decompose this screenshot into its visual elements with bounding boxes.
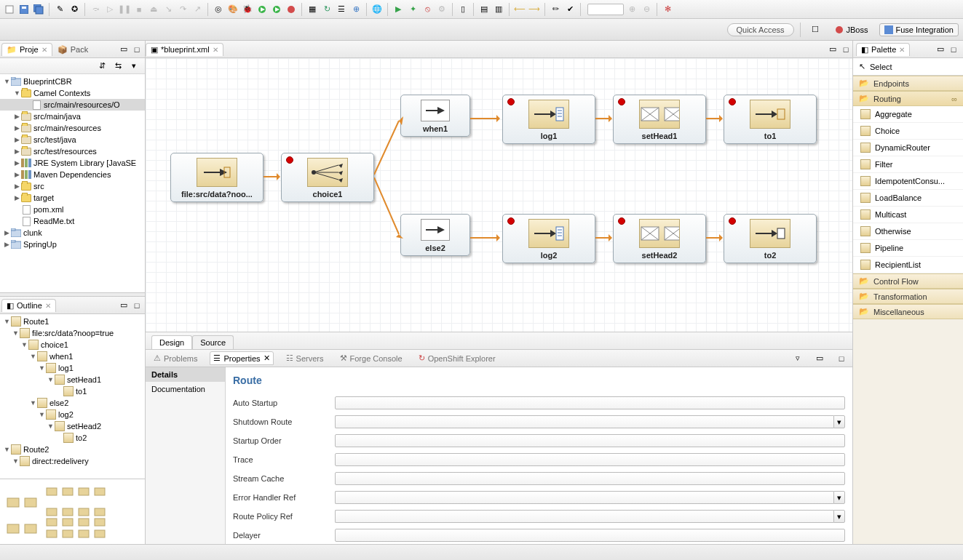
minimize-icon[interactable]: ▭ <box>935 44 946 55</box>
palette-item[interactable]: Pipeline <box>853 240 963 257</box>
globe-icon[interactable]: ⊕ <box>349 3 362 16</box>
connection-arrow[interactable] <box>263 176 280 177</box>
connection-arrow[interactable] <box>595 118 611 119</box>
node-file[interactable]: file:src/data?noo... <box>170 153 263 202</box>
minimize-icon[interactable]: ▭ <box>119 44 129 55</box>
debug-stop-icon[interactable]: ■ <box>132 3 146 16</box>
palette-item[interactable]: Multicast <box>853 207 963 223</box>
close-icon[interactable]: ✕ <box>899 46 905 54</box>
run-icon[interactable] <box>255 3 269 16</box>
palette-item[interactable]: Filter <box>853 156 963 173</box>
close-icon[interactable]: ✕ <box>41 46 47 54</box>
run-last-icon[interactable] <box>270 3 283 16</box>
property-input[interactable] <box>335 396 845 409</box>
drawer-endpoints[interactable]: 📂Endpoints <box>853 76 963 91</box>
minimize-icon[interactable]: ▭ <box>119 300 129 311</box>
node-choice1[interactable]: choice1 <box>281 153 374 202</box>
gear-icon[interactable]: ⚙ <box>435 3 448 16</box>
tree-item[interactable]: ▶src/main/resources <box>0 122 145 134</box>
view-menu-icon[interactable]: ▿ <box>793 353 803 364</box>
project-tree[interactable]: ▼BlueprintCBR▼Camel Contextssrc/main/res… <box>0 74 145 292</box>
outline-thumbnail[interactable] <box>0 479 145 544</box>
new-dropdown-button[interactable] <box>3 3 16 16</box>
tab-forge-console[interactable]: ⚒ Forge Console <box>336 351 406 365</box>
node-to2[interactable]: to2 <box>724 214 817 263</box>
palette-item[interactable]: Otherwise <box>853 223 963 240</box>
grid-icon[interactable]: ▦ <box>306 3 319 16</box>
play-wand-icon[interactable]: ✦ <box>406 3 419 16</box>
zoom-in-icon[interactable]: ⊕ <box>625 3 638 16</box>
node-sethead1[interactable]: setHead1 <box>613 95 706 144</box>
debug-skip-icon[interactable]: ⤼ <box>89 3 102 16</box>
subtab-source[interactable]: Source <box>192 335 234 349</box>
tab-servers[interactable]: ☷ Servers <box>282 351 328 365</box>
node-when1[interactable]: when1 <box>400 95 470 137</box>
outline-item[interactable]: ▼else2 <box>0 397 145 409</box>
toolbar-search-input[interactable] <box>587 4 624 15</box>
tab-properties[interactable]: ☰ Properties ✕ <box>210 351 273 365</box>
refresh-icon[interactable]: ↻ <box>320 3 333 16</box>
properties-side-documentation[interactable]: Documentation <box>146 382 225 396</box>
outline-item[interactable]: ▼log2 <box>0 409 145 420</box>
node-to1[interactable]: to1 <box>724 95 817 144</box>
palette-item[interactable]: LoadBalance <box>853 190 963 207</box>
play-green-icon[interactable]: ▶ <box>392 3 405 16</box>
palette-item[interactable]: DynamicRouter <box>853 140 963 156</box>
outline-item[interactable]: ▼choice1 <box>0 339 145 351</box>
close-icon[interactable]: ✕ <box>263 353 270 363</box>
drawer-routing[interactable]: 📂Routing∞ <box>853 91 963 106</box>
debug-disconnect-icon[interactable]: ⏏ <box>147 3 160 16</box>
tree-item[interactable]: ▶clunk <box>0 227 145 239</box>
palette-item[interactable]: RecipientList <box>853 257 963 273</box>
debug-pause-icon[interactable]: ❚❚ <box>118 3 131 16</box>
node-sethead2[interactable]: setHead2 <box>613 214 706 263</box>
step-return-icon[interactable]: ↗ <box>191 3 204 16</box>
dropdown-icon[interactable]: ▾ <box>833 510 845 523</box>
property-input[interactable] <box>335 529 845 542</box>
palette-select-tool[interactable]: ↖ Select <box>853 58 963 76</box>
pencils-icon[interactable]: ✏ <box>549 3 562 16</box>
outline-item[interactable]: ▼log1 <box>0 362 145 374</box>
world-icon[interactable]: 🌐 <box>370 3 384 16</box>
quick-access-button[interactable]: Quick Access <box>727 23 794 36</box>
connection-arrow[interactable] <box>706 237 722 239</box>
debug-bug-icon[interactable]: 🐞 <box>241 3 254 16</box>
open-perspective-button[interactable]: ☐ <box>807 23 824 36</box>
outline-item[interactable]: to1 <box>0 385 145 397</box>
debug-resume-icon[interactable]: ▷ <box>103 3 116 16</box>
node-else2[interactable]: else2 <box>400 214 470 256</box>
target-icon[interactable]: ◎ <box>212 3 225 16</box>
tree-item[interactable]: ▶src/test/resources <box>0 145 145 157</box>
palette-item[interactable]: Choice <box>853 123 963 140</box>
tree-item[interactable]: ▶src/test/java <box>0 134 145 145</box>
step-over-icon[interactable]: ↷ <box>176 3 189 16</box>
zoom-out-icon[interactable]: ⊖ <box>640 3 653 16</box>
minimize-icon[interactable]: ▭ <box>828 44 838 55</box>
maximize-icon[interactable]: □ <box>132 44 142 55</box>
property-input[interactable] <box>335 415 833 428</box>
tree-item[interactable]: ▼Camel Contexts <box>0 87 145 99</box>
step-into-icon[interactable]: ↘ <box>162 3 175 16</box>
outline-tree[interactable]: ▼Route1▼file:src/data?noop=true▼choice1▼… <box>0 314 145 479</box>
perspective-jboss[interactable]: JBoss <box>830 23 873 36</box>
minimize-icon[interactable]: ▭ <box>815 353 825 364</box>
maximize-icon[interactable]: □ <box>948 44 959 55</box>
outline-item[interactable]: ▼setHead2 <box>0 420 145 432</box>
diagram-canvas[interactable]: file:src/data?noo... choice1 when1 log1 … <box>146 58 852 332</box>
node-log1[interactable]: log1 <box>502 95 595 144</box>
maximize-icon[interactable]: □ <box>132 300 142 311</box>
server-icon[interactable]: ☰ <box>335 3 348 16</box>
tab-project-explorer[interactable]: 📁 Proje ✕ <box>1 43 52 56</box>
maximize-icon[interactable]: □ <box>836 353 847 364</box>
outline-item[interactable]: to2 <box>0 432 145 444</box>
wizard-icon[interactable]: ✪ <box>68 3 81 16</box>
stop-red-icon[interactable]: ⦸ <box>421 3 434 16</box>
palette-item[interactable]: Aggregate <box>853 106 963 123</box>
tree-item[interactable]: ▶src <box>0 180 145 192</box>
form2-icon[interactable]: ▥ <box>492 3 505 16</box>
task-icon[interactable]: ✔ <box>563 3 576 16</box>
tree-item[interactable]: pom.xml <box>0 204 145 215</box>
editor-tab-blueprint[interactable]: ▣ *blueprint.xml ✕ <box>146 43 223 56</box>
tree-item[interactable]: src/main/resources/O <box>0 99 145 111</box>
close-icon[interactable]: ✕ <box>45 302 51 310</box>
